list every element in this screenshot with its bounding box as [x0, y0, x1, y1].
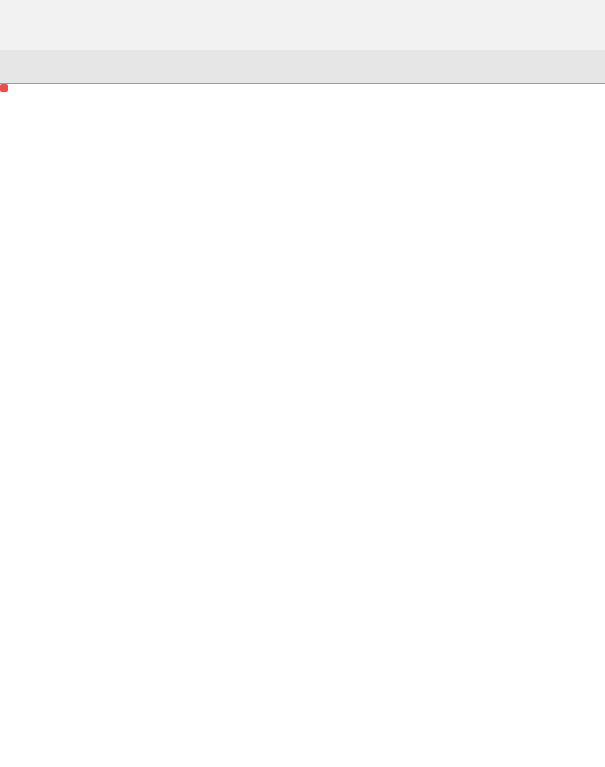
tab-bar [0, 50, 605, 84]
menu-bar [0, 0, 605, 24]
notepad-plus-plus-window [0, 0, 605, 767]
toolbar [0, 24, 605, 50]
editor-code-area[interactable] [0, 84, 605, 767]
